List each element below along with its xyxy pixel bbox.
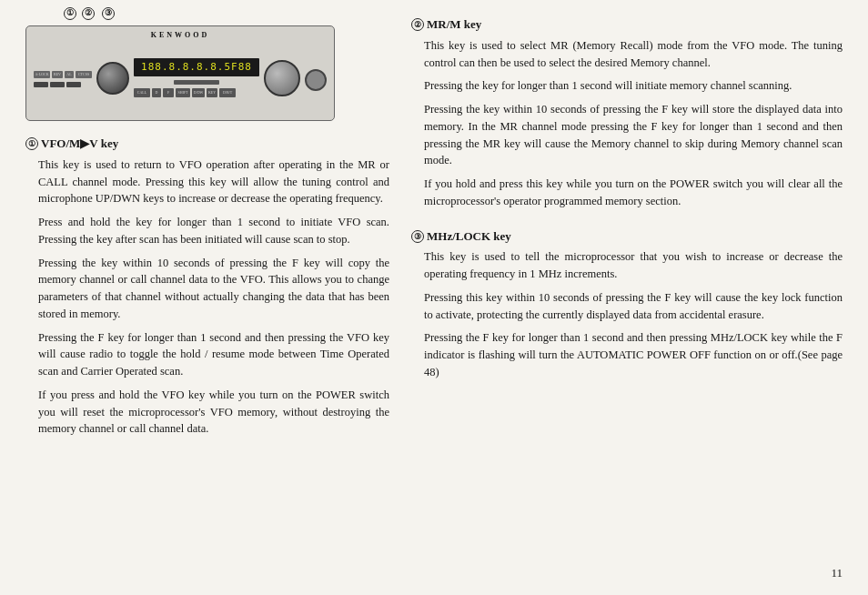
section3-circle: ③ [411, 230, 424, 243]
section1-p5: If you press and hold the VFO key while … [38, 387, 389, 438]
btn-rev: REV [52, 71, 63, 78]
right-column: ② MR/M key This key is used to select MR… [411, 16, 843, 579]
bottom-buttons: CALL D F SHIFT D/DW KEY D/B/T [134, 88, 259, 97]
btn-key: KEY [207, 88, 217, 97]
btn-small-3 [66, 82, 81, 87]
page: ① ② ③ KENWOOD A-LOCK REV AL [0, 0, 868, 595]
section3-title: ③ MHz/LOCK key [411, 228, 843, 246]
section3: ③ MHz/LOCK key This key is used to tell … [411, 228, 843, 388]
left-buttons: A-LOCK REV AL CTCSS [34, 71, 92, 87]
btn-small-2 [50, 82, 65, 87]
section1-p1: This key is used to return to VFO operat… [38, 156, 389, 207]
indicator-bar [174, 80, 219, 85]
page-number: 11 [831, 565, 843, 582]
section1: ① VFO/M▶V key This key is used to return… [25, 136, 389, 445]
section2-title: ② MR/M key [411, 16, 843, 34]
section2-body: This key is used to select MR (Memory Re… [411, 37, 843, 210]
btn-lock: A-LOCK [34, 71, 50, 78]
btn-al: AL [65, 71, 74, 78]
brand-label: KENWOOD [151, 30, 210, 41]
right-knob [264, 60, 300, 96]
section1-p4: Pressing the F key for longer than 1 sec… [38, 329, 389, 380]
device-box: KENWOOD A-LOCK REV AL CTCSS [25, 25, 335, 121]
connector [305, 69, 327, 91]
btn-dw: D/DW [192, 88, 205, 97]
display-screen: 188.8.8.8.8.5F88 [134, 58, 259, 76]
section2: ② MR/M key This key is used to select MR… [411, 16, 843, 217]
section3-p1: This key is used to tell the microproces… [424, 248, 843, 283]
btn-f: F [163, 88, 174, 97]
btn-ctcss: CTCSS [76, 71, 92, 78]
section1-circle: ① [25, 137, 38, 150]
btn-d: D [152, 88, 161, 97]
btn-call: CALL [134, 88, 150, 97]
section3-p3: Pressing the F key for longer than 1 sec… [424, 329, 843, 380]
btn-dbot: D/B/T [219, 88, 236, 97]
btn-small-1 [34, 82, 48, 87]
left-knob [96, 62, 129, 95]
section2-p4: If you hold and press this key while you… [424, 176, 843, 210]
section2-p1: This key is used to select MR (Memory Re… [424, 37, 843, 72]
left-column: ① ② ③ KENWOOD A-LOCK REV AL [25, 16, 389, 579]
section3-p2: Pressing this key within 10 seconds of p… [424, 289, 843, 324]
indicator-row [134, 80, 259, 85]
device-image-area: ① ② ③ KENWOOD A-LOCK REV AL [25, 16, 389, 121]
section1-p2: Press and hold the key for longer than 1… [38, 214, 389, 248]
section3-body: This key is used to tell the microproces… [411, 248, 843, 380]
section1-body: This key is used to return to VFO operat… [25, 156, 389, 438]
device-annotation-1: ① [64, 7, 76, 20]
section2-p2: Pressing the key for longer than 1 secon… [424, 77, 843, 95]
btn-shift: SHIFT [176, 88, 190, 97]
section2-p3: Pressing the key within 10 seconds of pr… [424, 101, 843, 169]
section1-title: ① VFO/M▶V key [25, 136, 389, 153]
center-display: 188.8.8.8.8.5F88 CALL D F SHIFT D/DW KEY [134, 58, 259, 97]
section1-p3: Pressing the key within 10 seconds of pr… [38, 255, 389, 323]
section2-circle: ② [411, 18, 424, 31]
device-annotation-2: ② [82, 7, 95, 20]
device-annotation-3: ③ [102, 7, 115, 20]
